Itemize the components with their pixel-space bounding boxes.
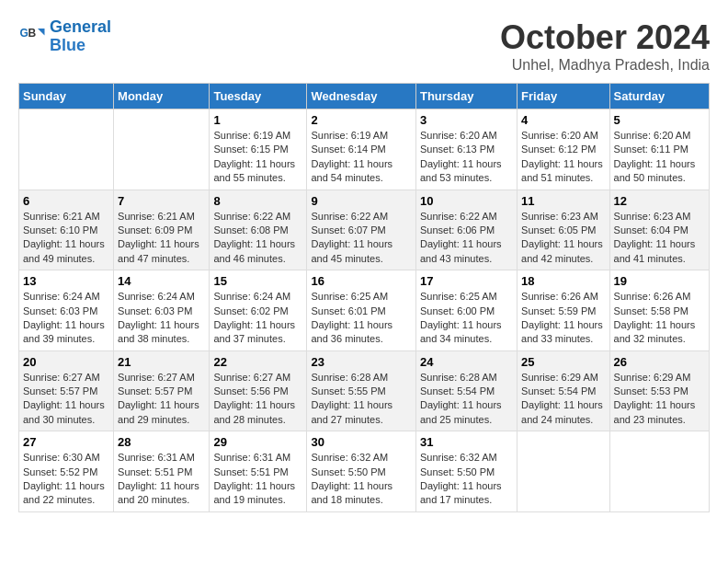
calendar-cell: 27Sunrise: 6:30 AM Sunset: 5:52 PM Dayli… <box>19 431 114 512</box>
day-info: Sunrise: 6:20 AM Sunset: 6:12 PM Dayligh… <box>521 129 605 186</box>
calendar-cell: 8Sunrise: 6:22 AM Sunset: 6:08 PM Daylig… <box>210 190 307 270</box>
day-number: 9 <box>311 194 412 208</box>
logo-icon: G B <box>18 23 46 51</box>
day-info: Sunrise: 6:23 AM Sunset: 6:05 PM Dayligh… <box>521 210 605 267</box>
day-number: 30 <box>311 435 412 449</box>
logo-general: General <box>50 17 111 36</box>
calendar-week-row: 1Sunrise: 6:19 AM Sunset: 6:15 PM Daylig… <box>19 109 710 190</box>
day-info: Sunrise: 6:24 AM Sunset: 6:03 PM Dayligh… <box>23 290 109 347</box>
calendar-cell: 22Sunrise: 6:27 AM Sunset: 5:56 PM Dayli… <box>210 350 307 431</box>
calendar-table: SundayMondayTuesdayWednesdayThursdayFrid… <box>18 83 710 512</box>
day-info: Sunrise: 6:28 AM Sunset: 5:55 PM Dayligh… <box>311 371 412 428</box>
svg-text:B: B <box>28 27 37 40</box>
day-info: Sunrise: 6:23 AM Sunset: 6:04 PM Dayligh… <box>614 210 705 267</box>
calendar-cell <box>518 431 609 512</box>
day-number: 8 <box>213 194 302 208</box>
weekday-header: Sunday <box>19 84 114 109</box>
calendar-cell: 3Sunrise: 6:20 AM Sunset: 6:13 PM Daylig… <box>415 109 517 190</box>
calendar-cell: 4Sunrise: 6:20 AM Sunset: 6:12 PM Daylig… <box>518 109 609 190</box>
day-number: 2 <box>311 113 412 127</box>
day-number: 25 <box>521 355 605 369</box>
calendar-cell: 24Sunrise: 6:28 AM Sunset: 5:54 PM Dayli… <box>415 350 517 431</box>
calendar-week-row: 6Sunrise: 6:21 AM Sunset: 6:10 PM Daylig… <box>19 190 710 270</box>
calendar-cell <box>609 431 709 512</box>
day-number: 15 <box>213 274 302 288</box>
day-info: Sunrise: 6:29 AM Sunset: 5:54 PM Dayligh… <box>521 371 605 428</box>
day-info: Sunrise: 6:31 AM Sunset: 5:51 PM Dayligh… <box>213 451 302 508</box>
calendar-cell: 28Sunrise: 6:31 AM Sunset: 5:51 PM Dayli… <box>114 431 210 512</box>
day-info: Sunrise: 6:21 AM Sunset: 6:09 PM Dayligh… <box>118 210 205 267</box>
weekday-header: Thursday <box>415 84 517 109</box>
svg-marker-2 <box>38 29 45 36</box>
calendar-week-row: 27Sunrise: 6:30 AM Sunset: 5:52 PM Dayli… <box>19 431 710 512</box>
day-number: 31 <box>420 435 513 449</box>
day-number: 11 <box>521 194 605 208</box>
day-number: 14 <box>118 274 205 288</box>
day-info: Sunrise: 6:27 AM Sunset: 5:57 PM Dayligh… <box>23 371 109 428</box>
day-number: 13 <box>23 274 109 288</box>
calendar-cell: 12Sunrise: 6:23 AM Sunset: 6:04 PM Dayli… <box>609 190 709 270</box>
weekday-header: Wednesday <box>307 84 416 109</box>
calendar-cell: 23Sunrise: 6:28 AM Sunset: 5:55 PM Dayli… <box>307 350 416 431</box>
day-number: 16 <box>311 274 412 288</box>
day-number: 12 <box>614 194 705 208</box>
day-info: Sunrise: 6:32 AM Sunset: 5:50 PM Dayligh… <box>311 451 412 508</box>
day-info: Sunrise: 6:22 AM Sunset: 6:08 PM Dayligh… <box>213 210 302 267</box>
calendar-cell: 26Sunrise: 6:29 AM Sunset: 5:53 PM Dayli… <box>609 350 709 431</box>
day-number: 7 <box>118 194 205 208</box>
calendar-cell: 2Sunrise: 6:19 AM Sunset: 6:14 PM Daylig… <box>307 109 416 190</box>
logo-text: General Blue <box>50 18 111 55</box>
calendar-cell: 9Sunrise: 6:22 AM Sunset: 6:07 PM Daylig… <box>307 190 416 270</box>
day-info: Sunrise: 6:25 AM Sunset: 6:00 PM Dayligh… <box>420 290 513 347</box>
weekday-header: Tuesday <box>210 84 307 109</box>
day-info: Sunrise: 6:29 AM Sunset: 5:53 PM Dayligh… <box>614 371 705 428</box>
day-number: 24 <box>420 355 513 369</box>
calendar-cell: 11Sunrise: 6:23 AM Sunset: 6:05 PM Dayli… <box>518 190 609 270</box>
calendar-cell: 10Sunrise: 6:22 AM Sunset: 6:06 PM Dayli… <box>415 190 517 270</box>
weekday-header: Monday <box>114 84 210 109</box>
day-info: Sunrise: 6:24 AM Sunset: 6:02 PM Dayligh… <box>213 290 302 347</box>
day-info: Sunrise: 6:21 AM Sunset: 6:10 PM Dayligh… <box>23 210 109 267</box>
day-info: Sunrise: 6:20 AM Sunset: 6:11 PM Dayligh… <box>614 129 705 186</box>
day-number: 1 <box>213 113 302 127</box>
svg-text:G: G <box>20 27 28 40</box>
day-info: Sunrise: 6:19 AM Sunset: 6:14 PM Dayligh… <box>311 129 412 186</box>
calendar-cell: 16Sunrise: 6:25 AM Sunset: 6:01 PM Dayli… <box>307 270 416 351</box>
day-number: 26 <box>614 355 705 369</box>
day-number: 10 <box>420 194 513 208</box>
calendar-header: SundayMondayTuesdayWednesdayThursdayFrid… <box>19 84 710 109</box>
calendar-cell: 5Sunrise: 6:20 AM Sunset: 6:11 PM Daylig… <box>609 109 709 190</box>
day-number: 4 <box>521 113 605 127</box>
calendar-cell: 14Sunrise: 6:24 AM Sunset: 6:03 PM Dayli… <box>114 270 210 351</box>
day-info: Sunrise: 6:28 AM Sunset: 5:54 PM Dayligh… <box>420 371 513 428</box>
calendar-cell <box>114 109 210 190</box>
weekday-row: SundayMondayTuesdayWednesdayThursdayFrid… <box>19 84 710 109</box>
title-block: October 2024 Unhel, Madhya Pradesh, Indi… <box>500 18 710 74</box>
day-number: 19 <box>614 274 705 288</box>
day-number: 18 <box>521 274 605 288</box>
day-info: Sunrise: 6:25 AM Sunset: 6:01 PM Dayligh… <box>311 290 412 347</box>
logo-blue: Blue <box>50 36 85 54</box>
calendar-cell: 29Sunrise: 6:31 AM Sunset: 5:51 PM Dayli… <box>210 431 307 512</box>
day-info: Sunrise: 6:27 AM Sunset: 5:56 PM Dayligh… <box>213 371 302 428</box>
day-info: Sunrise: 6:30 AM Sunset: 5:52 PM Dayligh… <box>23 451 109 508</box>
calendar-cell: 15Sunrise: 6:24 AM Sunset: 6:02 PM Dayli… <box>210 270 307 351</box>
page-header: G B General Blue October 2024 Unhel, Mad… <box>18 18 710 74</box>
calendar-cell: 6Sunrise: 6:21 AM Sunset: 6:10 PM Daylig… <box>19 190 114 270</box>
day-number: 23 <box>311 355 412 369</box>
day-number: 28 <box>118 435 205 449</box>
calendar-week-row: 13Sunrise: 6:24 AM Sunset: 6:03 PM Dayli… <box>19 270 710 351</box>
day-info: Sunrise: 6:20 AM Sunset: 6:13 PM Dayligh… <box>420 129 513 186</box>
day-number: 22 <box>213 355 302 369</box>
day-number: 17 <box>420 274 513 288</box>
calendar-cell: 1Sunrise: 6:19 AM Sunset: 6:15 PM Daylig… <box>210 109 307 190</box>
calendar-cell: 13Sunrise: 6:24 AM Sunset: 6:03 PM Dayli… <box>19 270 114 351</box>
calendar-cell: 17Sunrise: 6:25 AM Sunset: 6:00 PM Dayli… <box>415 270 517 351</box>
calendar-cell: 20Sunrise: 6:27 AM Sunset: 5:57 PM Dayli… <box>19 350 114 431</box>
calendar-cell: 21Sunrise: 6:27 AM Sunset: 5:57 PM Dayli… <box>114 350 210 431</box>
weekday-header: Saturday <box>609 84 709 109</box>
calendar-cell: 7Sunrise: 6:21 AM Sunset: 6:09 PM Daylig… <box>114 190 210 270</box>
calendar-cell: 18Sunrise: 6:26 AM Sunset: 5:59 PM Dayli… <box>518 270 609 351</box>
day-info: Sunrise: 6:19 AM Sunset: 6:15 PM Dayligh… <box>213 129 302 186</box>
calendar-cell: 30Sunrise: 6:32 AM Sunset: 5:50 PM Dayli… <box>307 431 416 512</box>
